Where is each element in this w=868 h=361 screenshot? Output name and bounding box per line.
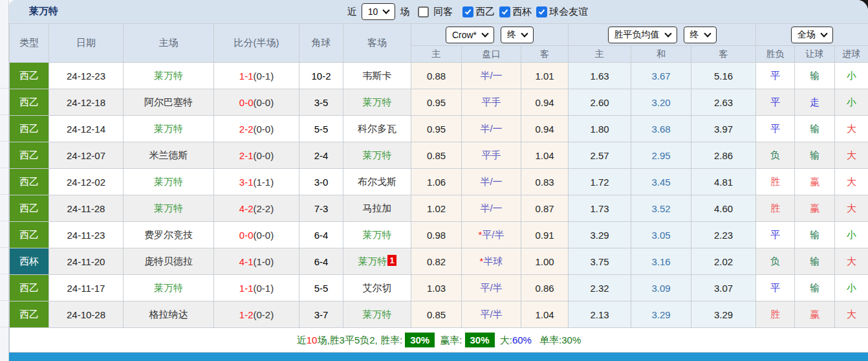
ah-away-odds: 0.87 xyxy=(521,195,569,222)
home-team[interactable]: 费罗尔竞技 xyxy=(124,222,214,248)
home-team[interactable]: 莱万特 xyxy=(124,195,214,222)
col-header-odds-away: 客 xyxy=(691,46,756,63)
away-team[interactable]: 莱万特 xyxy=(343,301,411,328)
ah-line: 半/一 xyxy=(462,63,521,89)
away-team[interactable]: 莱万特 xyxy=(343,142,411,169)
away-team[interactable]: 布尔戈斯 xyxy=(343,169,411,195)
handicap-rate-label: 赢率: xyxy=(440,334,462,345)
score-cell: 0-0(0-0) xyxy=(214,89,299,116)
away-team[interactable]: 韦斯卡 xyxy=(343,63,411,89)
result-goals: 大 xyxy=(835,169,868,195)
page: 莱万特 近 10 场 同客 西乙 西杯 球会友谊 xyxy=(0,0,868,361)
recent-count-select[interactable]: 10 xyxy=(362,3,396,20)
away-team[interactable]: 艾尔切 xyxy=(343,275,411,301)
ah-home-odds: 0.88 xyxy=(411,63,462,89)
home-team[interactable]: 莱万特 xyxy=(124,116,214,142)
corners: 7-3 xyxy=(299,195,343,222)
odds-draw: 3.05 xyxy=(631,222,691,248)
league-badge: 西乙 xyxy=(10,63,49,89)
col-header-home: 主场 xyxy=(124,24,214,63)
corners: 3-0 xyxy=(299,169,343,195)
ah-line: *平/半 xyxy=(462,222,521,248)
summary-count: 10 xyxy=(307,334,318,345)
adjacent-panel-sliver xyxy=(0,0,9,361)
recent-count-value: 10 xyxy=(368,6,378,17)
table-row: 西乙 24-11-17 莱万特 1-1(0-1) 5-5 艾尔切 1.03 平/… xyxy=(10,275,868,301)
result-goals: 小 xyxy=(835,63,868,89)
result-handicap: 赢 xyxy=(795,169,835,195)
ah-line: 平手 xyxy=(462,89,521,116)
odds-home: 1.63 xyxy=(569,63,631,89)
result-handicap: 输 xyxy=(795,222,835,248)
chevron-down-icon xyxy=(521,30,528,37)
same-away-checkbox[interactable] xyxy=(418,6,429,17)
full-score: 2-2 xyxy=(239,124,254,135)
result-goals: 小 xyxy=(835,275,868,301)
summary-record: 场,胜3平5负2, 胜率: xyxy=(317,334,402,345)
ah-home-odds: 0.95 xyxy=(411,89,462,116)
odds-time-select[interactable]: 终 xyxy=(684,27,717,43)
away-team[interactable]: 科尔多瓦 xyxy=(343,116,411,142)
ah-away-odds: 0.94 xyxy=(521,89,569,116)
full-score: 2-1 xyxy=(239,150,254,161)
table-row: 西乙 24-12-07 米兰德斯 2-1(0-0) 2-4 莱万特 0.85 平… xyxy=(10,142,868,169)
league-checkbox-friendly[interactable] xyxy=(536,6,547,17)
odds-draw: 3.29 xyxy=(631,301,691,328)
home-team[interactable]: 莱万特 xyxy=(124,63,214,89)
ah-home-odds: 1.03 xyxy=(411,275,462,301)
summary-prefix: 近 xyxy=(297,334,307,345)
result-goals: 大 xyxy=(835,248,868,275)
ah-time-select[interactable]: 终 xyxy=(501,27,534,43)
home-team[interactable]: 阿尔巴塞特 xyxy=(124,89,214,116)
away-team[interactable]: 莱万特 xyxy=(343,89,411,116)
result-section-header: 全场 xyxy=(756,24,868,46)
col-header-odds-draw: 和 xyxy=(631,46,691,63)
ah-company-select[interactable]: Crow* xyxy=(446,27,494,43)
col-header-result-wdl: 胜负 xyxy=(756,46,795,63)
ah-line: 半/一 xyxy=(462,116,521,142)
result-goals: 大 xyxy=(835,195,868,222)
away-team[interactable]: 莱万特1 xyxy=(343,248,411,275)
big-rate-value: 60% xyxy=(512,334,532,345)
away-team[interactable]: 莱万特 xyxy=(343,222,411,248)
score-cell: 2-2(0-0) xyxy=(214,116,299,142)
away-team[interactable]: 马拉加 xyxy=(343,195,411,222)
match-date: 24-12-18 xyxy=(49,89,124,116)
home-team[interactable]: 莱万特 xyxy=(124,275,214,301)
odds-type-select[interactable]: 胜平负均值 xyxy=(608,27,677,43)
league-badge: 西乙 xyxy=(10,275,49,301)
odds-away: 3.07 xyxy=(691,275,756,301)
odds-away: 2.23 xyxy=(691,222,756,248)
table-row: 西乙 24-12-14 莱万特 2-2(0-0) 5-5 科尔多瓦 0.95 半… xyxy=(10,116,868,142)
ah-home-odds: 0.85 xyxy=(411,301,462,328)
score-cell: 0-0(0-0) xyxy=(214,222,299,248)
league-checkbox-west-b[interactable] xyxy=(462,6,473,17)
home-team[interactable]: 莱万特 xyxy=(124,169,214,195)
corners: 10-2 xyxy=(299,63,343,89)
home-team[interactable]: 米兰德斯 xyxy=(124,142,214,169)
match-date: 24-11-20 xyxy=(49,248,124,275)
home-team[interactable]: 格拉纳达 xyxy=(124,301,214,328)
period-select[interactable]: 全场 xyxy=(791,27,833,43)
corners: 5-5 xyxy=(299,275,343,301)
chevron-down-icon xyxy=(820,30,827,37)
half-score: (1-1) xyxy=(254,177,274,188)
half-score: (0-0) xyxy=(254,97,274,108)
league-badge: 西乙 xyxy=(10,169,49,195)
odds-draw: 2.95 xyxy=(631,142,691,169)
single-rate-value: 30% xyxy=(561,334,581,345)
ah-section-header: Crow* 终 xyxy=(411,24,569,46)
ah-away-odds: 1.00 xyxy=(521,248,569,275)
home-team[interactable]: 庞特贝德拉 xyxy=(124,248,214,275)
result-wdl: 平 xyxy=(756,89,795,116)
league-checkbox-cup[interactable] xyxy=(499,6,510,17)
league-badge: 西乙 xyxy=(10,222,49,248)
match-date: 24-11-23 xyxy=(49,222,124,248)
summary-cell: 近10场,胜3平5负2, 胜率:30% 赢率:30% 大:60% 单率:30% xyxy=(10,328,868,353)
filter-bar: 莱万特 近 10 场 同客 西乙 西杯 球会友谊 xyxy=(9,0,868,23)
result-wdl: 胜 xyxy=(756,169,795,195)
odds-home: 3.75 xyxy=(569,248,631,275)
match-date: 24-11-28 xyxy=(49,195,124,222)
corners: 5-5 xyxy=(299,116,343,142)
full-score: 0-0 xyxy=(239,97,254,108)
